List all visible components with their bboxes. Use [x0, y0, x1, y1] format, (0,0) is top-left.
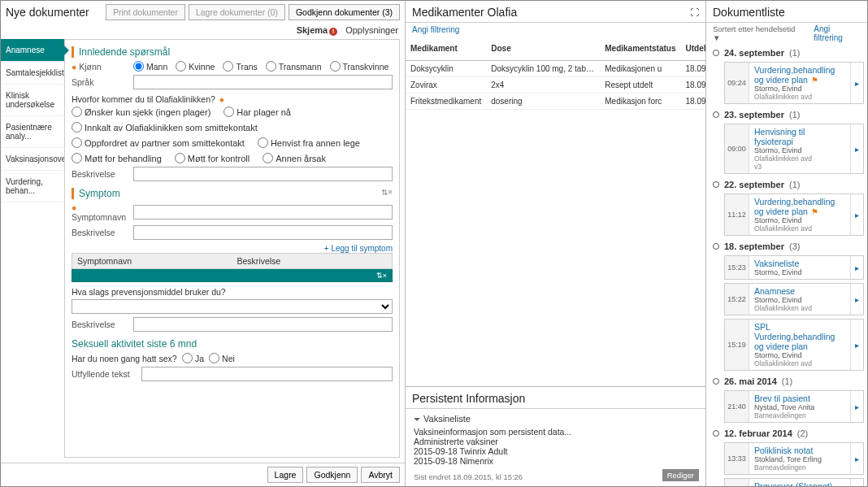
sidebar-item-vaksinasjon[interactable]: Vaksinasjonsoversi...	[1, 148, 64, 171]
label-beskrivelse3: Beskrivelse	[72, 320, 128, 329]
radio-hvorfor-3[interactable]: Oppfordret av partner som smittekontakt	[72, 137, 245, 148]
doc-card[interactable]: 13:33Poliklinisk notatStokland, Tore Erl…	[724, 442, 864, 475]
godkjenn-button[interactable]: Godkjenn	[306, 467, 358, 483]
expand-icon[interactable]: ⛶	[690, 7, 699, 17]
symptom-table-bar[interactable]: ⇅×	[72, 269, 393, 282]
radio-hvorfor-6[interactable]: Møtt for kontroll	[175, 153, 250, 163]
mid-filter-link[interactable]: Angi filtrering	[412, 25, 459, 34]
sidebar-item-samtale[interactable]: Samtalesjekkliste	[1, 62, 64, 85]
radio-ja[interactable]: Ja	[182, 353, 204, 363]
doc-card[interactable]: 15:22AnamneseStormo, EivindOlafiaklinikk…	[724, 283, 864, 315]
doc-card[interactable]: 09:24Vurdering,behandling og videre plan…	[724, 62, 864, 104]
collapse-icon[interactable]: ⇅×	[381, 188, 393, 199]
doc-title[interactable]: Brev til pasient	[754, 394, 845, 403]
med-col[interactable]: Utdeltid	[681, 36, 706, 61]
doc-title[interactable]: SPL Vurdering,behandling og videre plan	[754, 322, 845, 351]
print-button[interactable]: Print dokumenter	[106, 4, 185, 20]
right-title: Dokumentliste	[713, 6, 785, 19]
radio-hvorfor-2[interactable]: Innkalt av Olafiaklinikken som smittekon…	[72, 122, 258, 133]
radio-kjonn-2[interactable]: Trans	[223, 61, 257, 72]
input-beskrivelse2[interactable]	[133, 225, 393, 240]
doc-action-icon[interactable]: ▸	[850, 391, 863, 422]
right-filter-link[interactable]: Angi filtrering	[814, 24, 861, 42]
date-head[interactable]: 18. september (3)	[713, 239, 864, 254]
doc-title[interactable]: Vaksineliste	[754, 259, 845, 268]
med-row[interactable]: FritekstmedikamentdoseringMedikasjon for…	[406, 93, 705, 110]
doc-time: 21:40	[725, 391, 749, 422]
radio-hvorfor-4[interactable]: Henvist fra annen lege	[258, 137, 360, 148]
select-prevensjon[interactable]	[72, 299, 393, 314]
doc-action-icon[interactable]: ▸	[850, 284, 863, 315]
date-head[interactable]: 24. september (1)	[713, 46, 864, 60]
doc-title[interactable]: Vurdering,behandling og videre plan⚑	[754, 65, 845, 85]
doc-title[interactable]: Anamnese	[754, 286, 845, 296]
doc-card[interactable]: 15:23VaksinelisteStormo, Eivind▸	[724, 255, 864, 280]
sidebar-item-vurdering[interactable]: Vurdering, behan...	[1, 171, 64, 202]
section-seksuell: Seksuell aktivitet siste 6 mnd	[72, 338, 393, 350]
doc-action-icon[interactable]: ▸	[850, 320, 863, 370]
med-col[interactable]: Medikamentstatus	[600, 36, 680, 61]
radio-hvorfor-5[interactable]: Møtt for behandling	[72, 153, 162, 163]
doc-card[interactable]: 15:19SPL Vurdering,behandling og videre …	[724, 319, 864, 371]
date-head[interactable]: 22. september (1)	[713, 177, 864, 192]
doc-title[interactable]: Vurdering,behandling og videre plan⚑	[754, 197, 845, 216]
circle-icon	[713, 50, 719, 56]
approve-docs-button[interactable]: Godkjenn dokumenter (3)	[289, 4, 400, 20]
add-symptom-link[interactable]: + Legg til symptom	[324, 244, 393, 253]
symptom-table-head: Symptomnavn Beskrivelse	[72, 253, 393, 269]
doc-action-icon[interactable]: ▸	[850, 479, 863, 486]
doc-title[interactable]: Prøvesvar (Skannet)	[754, 481, 845, 486]
radio-kjonn-4[interactable]: Transkvinne	[330, 61, 389, 72]
input-symptomnavn[interactable]	[133, 205, 393, 220]
hvorfor-radios: Ønsker kun sjekk (ingen plager)Har plage…	[72, 107, 393, 163]
doc-card[interactable]: 21:40Brev til pasientNystad, Tove AnitaB…	[724, 390, 864, 423]
input-utfyllende[interactable]	[141, 367, 393, 381]
med-row[interactable]: DoksycyklinDoksycyklin 100 mg, 2 tabl da…	[406, 61, 705, 77]
doc-action-icon[interactable]: ▸	[850, 194, 863, 235]
circle-icon	[713, 111, 719, 118]
input-beskrivelse1[interactable]	[133, 167, 393, 181]
doc-time: 15:22	[725, 284, 749, 315]
sort-label[interactable]: Sortert etter hendelsetid ▼	[713, 24, 804, 42]
input-beskrivelse3[interactable]	[133, 317, 393, 332]
sidebar-item-anamnese[interactable]: Anamnese	[1, 39, 64, 62]
sidebar-item-pasient[interactable]: Pasientnære analy...	[1, 116, 64, 148]
radio-hvorfor-7[interactable]: Annen årsak	[263, 153, 326, 163]
doc-title[interactable]: Henvisning til fysioterapi	[754, 127, 845, 146]
doc-action-icon[interactable]: ▸	[850, 63, 863, 103]
rediger-button[interactable]: Rediger	[662, 469, 699, 481]
acc-vaksineliste[interactable]: Vaksineliste	[414, 414, 697, 424]
doc-title[interactable]: Poliklinisk notat	[754, 446, 845, 455]
tab-opplysninger[interactable]: Opplysninger	[345, 25, 398, 36]
doc-card[interactable]: 11:12Vurdering,behandling og videre plan…	[724, 193, 864, 236]
doc-action-icon[interactable]: ▸	[850, 256, 863, 279]
doc-time: 09:05	[725, 479, 749, 486]
date-head[interactable]: 12. februar 2014 (2)	[713, 426, 864, 441]
tab-skjema[interactable]: Skjema!	[297, 25, 338, 36]
radio-hvorfor-0[interactable]: Ønsker kun sjekk (ingen plager)	[72, 107, 210, 117]
med-col[interactable]: Dose	[486, 36, 600, 61]
avbryt-button[interactable]: Avbryt	[361, 467, 400, 483]
date-head[interactable]: 26. mai 2014 (1)	[713, 374, 864, 389]
input-sprak[interactable]	[133, 75, 393, 89]
lagre-button[interactable]: Lagre	[267, 467, 304, 483]
med-row[interactable]: Zovirax2x4Resept utdelt18.09.2015EIVIND …	[406, 77, 705, 93]
doc-action-icon[interactable]: ▸	[850, 443, 863, 474]
radio-kjonn-1[interactable]: Kvinne	[176, 61, 215, 72]
date-head[interactable]: 23. september (1)	[713, 107, 864, 122]
med-col[interactable]: Medikament	[406, 36, 486, 61]
save-docs-button[interactable]: Lagre dokumenter (0)	[189, 4, 285, 20]
sidebar-item-klinisk[interactable]: Klinisk undersøkelse	[1, 85, 64, 116]
flag-icon: ⚑	[811, 76, 818, 85]
doc-dept: Olafiaklinikken avdv3	[754, 154, 845, 171]
doc-card[interactable]: 09:05Prøvesvar (Skannet)Automatisk Godkj…	[724, 478, 864, 486]
doc-action-icon[interactable]: ▸	[850, 124, 863, 173]
radio-nei[interactable]: Nei	[209, 353, 235, 363]
radio-kjonn-3[interactable]: Transmann	[266, 61, 322, 72]
doc-author: Nystad, Tove Anita	[754, 403, 845, 411]
doc-card[interactable]: 09:00Henvisning til fysioterapiStormo, E…	[724, 124, 864, 174]
label-hvorfor: Hvorfor kommer du til Olafiaklinikken? ●	[72, 94, 393, 104]
circle-icon	[713, 181, 719, 188]
radio-kjonn-0[interactable]: Mann	[133, 61, 167, 72]
radio-hvorfor-1[interactable]: Har plager nå	[224, 107, 291, 117]
